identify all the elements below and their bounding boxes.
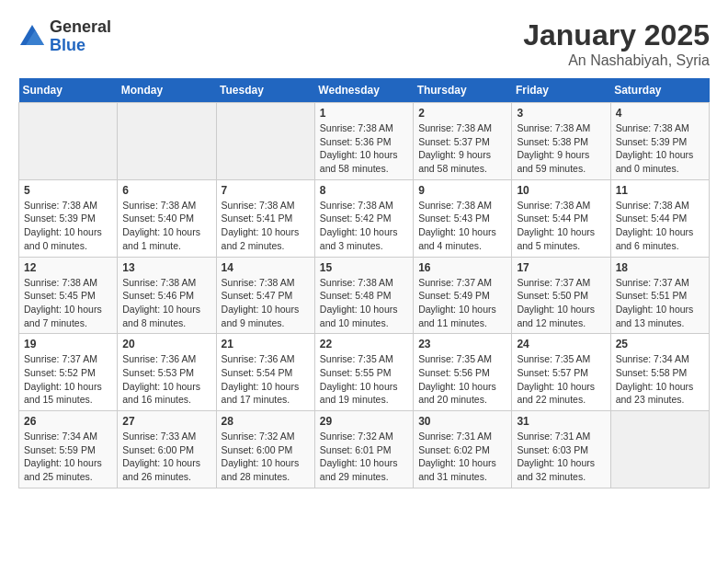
day-number: 7	[222, 184, 310, 197]
calendar-cell: 23Sunrise: 7:35 AM Sunset: 5:56 PM Dayli…	[414, 334, 512, 411]
day-number: 26	[24, 415, 112, 428]
week-row-5: 26Sunrise: 7:34 AM Sunset: 5:59 PM Dayli…	[19, 411, 710, 488]
calendar-cell: 17Sunrise: 7:37 AM Sunset: 5:50 PM Dayli…	[512, 257, 610, 334]
day-number: 20	[122, 338, 210, 350]
calendar-cell: 6Sunrise: 7:38 AM Sunset: 5:40 PM Daylig…	[118, 179, 216, 257]
day-info: Sunrise: 7:38 AM Sunset: 5:45 PM Dayligh…	[24, 276, 112, 330]
day-number: 16	[418, 261, 506, 274]
logo-blue-text: Blue	[50, 37, 111, 55]
day-info: Sunrise: 7:35 AM Sunset: 5:56 PM Dayligh…	[418, 352, 506, 407]
calendar-cell: 26Sunrise: 7:34 AM Sunset: 5:59 PM Dayli…	[19, 411, 118, 488]
header-row: SundayMondayTuesdayWednesdayThursdayFrid…	[19, 78, 710, 103]
header-cell-wednesday: Wednesday	[314, 78, 413, 103]
day-info: Sunrise: 7:35 AM Sunset: 5:57 PM Dayligh…	[517, 352, 605, 407]
calendar-cell	[610, 411, 709, 488]
day-info: Sunrise: 7:33 AM Sunset: 6:00 PM Dayligh…	[122, 430, 210, 484]
calendar-cell: 14Sunrise: 7:38 AM Sunset: 5:47 PM Dayli…	[216, 257, 314, 334]
calendar-cell: 8Sunrise: 7:38 AM Sunset: 5:42 PM Daylig…	[314, 179, 413, 257]
day-number: 11	[616, 184, 704, 197]
calendar-cell: 15Sunrise: 7:38 AM Sunset: 5:48 PM Dayli…	[314, 257, 413, 334]
calendar-cell: 16Sunrise: 7:37 AM Sunset: 5:49 PM Dayli…	[414, 257, 512, 334]
day-info: Sunrise: 7:38 AM Sunset: 5:46 PM Dayligh…	[122, 276, 210, 330]
day-info: Sunrise: 7:38 AM Sunset: 5:47 PM Dayligh…	[222, 276, 310, 330]
day-number: 6	[122, 184, 210, 197]
day-info: Sunrise: 7:31 AM Sunset: 6:03 PM Dayligh…	[517, 430, 605, 484]
day-info: Sunrise: 7:38 AM Sunset: 5:39 PM Dayligh…	[616, 121, 704, 176]
day-info: Sunrise: 7:32 AM Sunset: 6:00 PM Dayligh…	[222, 430, 310, 484]
week-row-1: 1Sunrise: 7:38 AM Sunset: 5:36 PM Daylig…	[19, 103, 710, 180]
calendar-cell: 25Sunrise: 7:34 AM Sunset: 5:58 PM Dayli…	[610, 334, 709, 411]
day-info: Sunrise: 7:35 AM Sunset: 5:55 PM Dayligh…	[320, 352, 408, 407]
day-info: Sunrise: 7:38 AM Sunset: 5:44 PM Dayligh…	[517, 199, 605, 253]
day-number: 13	[122, 261, 210, 274]
calendar-cell: 19Sunrise: 7:37 AM Sunset: 5:52 PM Dayli…	[19, 334, 118, 411]
calendar-cell	[19, 103, 118, 180]
day-number: 14	[222, 261, 310, 274]
calendar-cell: 20Sunrise: 7:36 AM Sunset: 5:53 PM Dayli…	[118, 334, 216, 411]
calendar-cell	[118, 103, 216, 180]
week-row-3: 12Sunrise: 7:38 AM Sunset: 5:45 PM Dayli…	[19, 257, 710, 334]
calendar-cell: 1Sunrise: 7:38 AM Sunset: 5:36 PM Daylig…	[314, 103, 413, 180]
calendar-cell: 10Sunrise: 7:38 AM Sunset: 5:44 PM Dayli…	[512, 179, 610, 257]
logo: General Blue	[18, 18, 111, 55]
header-cell-saturday: Saturday	[610, 78, 709, 103]
calendar-cell: 24Sunrise: 7:35 AM Sunset: 5:57 PM Dayli…	[512, 334, 610, 411]
day-number: 25	[616, 338, 704, 350]
day-number: 17	[517, 261, 605, 274]
day-number: 5	[24, 184, 112, 197]
page-header: General Blue January 2025 An Nashabiyah,…	[18, 18, 710, 69]
day-number: 22	[320, 338, 408, 350]
day-number: 2	[418, 107, 506, 120]
day-info: Sunrise: 7:37 AM Sunset: 5:50 PM Dayligh…	[517, 276, 605, 330]
day-number: 30	[418, 415, 506, 428]
day-number: 4	[616, 107, 704, 120]
calendar-cell: 12Sunrise: 7:38 AM Sunset: 5:45 PM Dayli…	[19, 257, 118, 334]
calendar-cell: 2Sunrise: 7:38 AM Sunset: 5:37 PM Daylig…	[414, 103, 512, 180]
day-number: 23	[418, 338, 506, 350]
week-row-2: 5Sunrise: 7:38 AM Sunset: 5:39 PM Daylig…	[19, 179, 710, 257]
day-info: Sunrise: 7:38 AM Sunset: 5:42 PM Dayligh…	[320, 199, 408, 253]
calendar-cell: 7Sunrise: 7:38 AM Sunset: 5:41 PM Daylig…	[216, 179, 314, 257]
calendar-cell: 27Sunrise: 7:33 AM Sunset: 6:00 PM Dayli…	[118, 411, 216, 488]
day-number: 19	[24, 338, 112, 350]
header-cell-sunday: Sunday	[19, 78, 118, 103]
calendar-cell: 9Sunrise: 7:38 AM Sunset: 5:43 PM Daylig…	[414, 179, 512, 257]
calendar-cell: 29Sunrise: 7:32 AM Sunset: 6:01 PM Dayli…	[314, 411, 413, 488]
logo-icon	[18, 23, 46, 51]
day-info: Sunrise: 7:37 AM Sunset: 5:51 PM Dayligh…	[616, 276, 704, 330]
day-number: 31	[517, 415, 605, 428]
header-cell-thursday: Thursday	[414, 78, 512, 103]
day-number: 27	[122, 415, 210, 428]
calendar-cell: 5Sunrise: 7:38 AM Sunset: 5:39 PM Daylig…	[19, 179, 118, 257]
calendar-title: January 2025	[523, 18, 710, 52]
calendar-cell: 21Sunrise: 7:36 AM Sunset: 5:54 PM Dayli…	[216, 334, 314, 411]
calendar-cell: 11Sunrise: 7:38 AM Sunset: 5:44 PM Dayli…	[610, 179, 709, 257]
day-number: 1	[320, 107, 408, 120]
calendar-cell: 22Sunrise: 7:35 AM Sunset: 5:55 PM Dayli…	[314, 334, 413, 411]
calendar-cell: 18Sunrise: 7:37 AM Sunset: 5:51 PM Dayli…	[610, 257, 709, 334]
calendar-cell	[216, 103, 314, 180]
day-info: Sunrise: 7:31 AM Sunset: 6:02 PM Dayligh…	[418, 430, 506, 484]
calendar-cell: 30Sunrise: 7:31 AM Sunset: 6:02 PM Dayli…	[414, 411, 512, 488]
day-info: Sunrise: 7:37 AM Sunset: 5:49 PM Dayligh…	[418, 276, 506, 330]
day-info: Sunrise: 7:34 AM Sunset: 5:58 PM Dayligh…	[616, 352, 704, 407]
day-info: Sunrise: 7:38 AM Sunset: 5:38 PM Dayligh…	[517, 121, 605, 176]
day-info: Sunrise: 7:38 AM Sunset: 5:48 PM Dayligh…	[320, 276, 408, 330]
day-info: Sunrise: 7:38 AM Sunset: 5:36 PM Dayligh…	[320, 121, 408, 176]
day-info: Sunrise: 7:36 AM Sunset: 5:54 PM Dayligh…	[222, 352, 310, 407]
logo-general-text: General	[50, 18, 111, 37]
header-cell-friday: Friday	[512, 78, 610, 103]
day-number: 29	[320, 415, 408, 428]
calendar-cell: 3Sunrise: 7:38 AM Sunset: 5:38 PM Daylig…	[512, 103, 610, 180]
calendar-cell: 13Sunrise: 7:38 AM Sunset: 5:46 PM Dayli…	[118, 257, 216, 334]
day-number: 15	[320, 261, 408, 274]
calendar-cell: 4Sunrise: 7:38 AM Sunset: 5:39 PM Daylig…	[610, 103, 709, 180]
calendar-cell: 31Sunrise: 7:31 AM Sunset: 6:03 PM Dayli…	[512, 411, 610, 488]
header-cell-monday: Monday	[118, 78, 216, 103]
day-number: 18	[616, 261, 704, 274]
day-number: 9	[418, 184, 506, 197]
day-info: Sunrise: 7:38 AM Sunset: 5:41 PM Dayligh…	[222, 199, 310, 253]
day-info: Sunrise: 7:38 AM Sunset: 5:43 PM Dayligh…	[418, 199, 506, 253]
day-info: Sunrise: 7:38 AM Sunset: 5:44 PM Dayligh…	[616, 199, 704, 253]
day-number: 12	[24, 261, 112, 274]
